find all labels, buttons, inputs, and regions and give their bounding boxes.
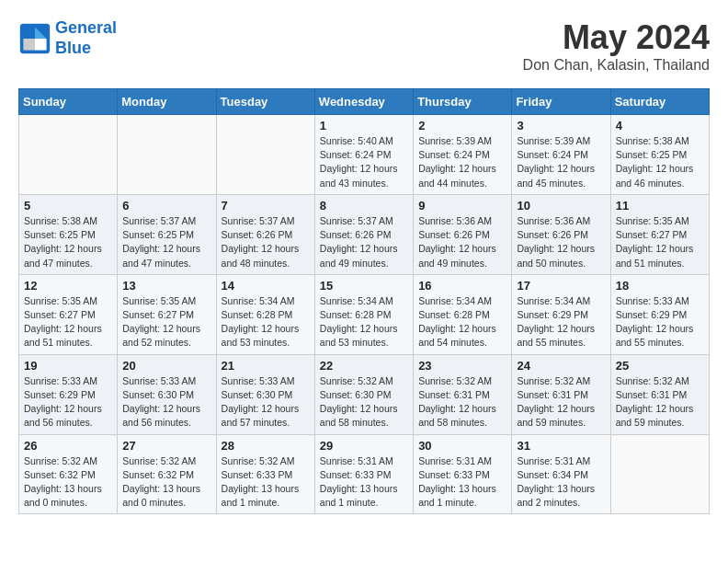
calendar-week-row: 19Sunrise: 5:33 AM Sunset: 6:29 PM Dayli…	[19, 354, 710, 434]
calendar-week-row: 1Sunrise: 5:40 AM Sunset: 6:24 PM Daylig…	[19, 115, 710, 195]
day-info: Sunrise: 5:39 AM Sunset: 6:24 PM Dayligh…	[418, 134, 506, 190]
svg-marker-2	[35, 39, 47, 51]
calendar-cell: 6Sunrise: 5:37 AM Sunset: 6:25 PM Daylig…	[118, 194, 216, 274]
day-info: Sunrise: 5:35 AM Sunset: 6:27 PM Dayligh…	[24, 294, 112, 350]
day-number: 7	[222, 199, 310, 213]
month-year: May 2024	[523, 18, 710, 57]
col-header-friday: Friday	[512, 89, 610, 115]
day-number: 8	[320, 199, 408, 213]
day-info: Sunrise: 5:32 AM Sunset: 6:32 PM Dayligh…	[122, 454, 210, 511]
day-number: 4	[616, 119, 704, 132]
calendar-week-row: 5Sunrise: 5:38 AM Sunset: 6:25 PM Daylig…	[19, 194, 710, 274]
calendar-cell: 31Sunrise: 5:31 AM Sunset: 6:34 PM Dayli…	[512, 434, 610, 514]
day-info: Sunrise: 5:32 AM Sunset: 6:32 PM Dayligh…	[24, 454, 112, 511]
calendar-cell: 21Sunrise: 5:33 AM Sunset: 6:30 PM Dayli…	[216, 354, 314, 434]
calendar-cell: 7Sunrise: 5:37 AM Sunset: 6:26 PM Daylig…	[216, 194, 314, 274]
page-header: General Blue May 2024 Don Chan, Kalasin,…	[18, 18, 710, 74]
day-info: Sunrise: 5:33 AM Sunset: 6:29 PM Dayligh…	[24, 374, 112, 431]
day-info: Sunrise: 5:33 AM Sunset: 6:29 PM Dayligh…	[616, 294, 704, 350]
day-number: 22	[320, 359, 408, 373]
day-info: Sunrise: 5:34 AM Sunset: 6:29 PM Dayligh…	[517, 294, 605, 350]
day-info: Sunrise: 5:34 AM Sunset: 6:28 PM Dayligh…	[222, 294, 310, 350]
calendar-cell: 28Sunrise: 5:32 AM Sunset: 6:33 PM Dayli…	[216, 434, 314, 514]
day-info: Sunrise: 5:35 AM Sunset: 6:27 PM Dayligh…	[122, 294, 210, 350]
logo-line1: General	[55, 18, 117, 37]
calendar-cell: 25Sunrise: 5:32 AM Sunset: 6:31 PM Dayli…	[610, 354, 709, 434]
day-number: 16	[418, 279, 506, 293]
calendar-table: SundayMondayTuesdayWednesdayThursdayFrid…	[18, 88, 710, 514]
calendar-cell: 8Sunrise: 5:37 AM Sunset: 6:26 PM Daylig…	[314, 194, 413, 274]
day-info: Sunrise: 5:32 AM Sunset: 6:31 PM Dayligh…	[616, 374, 704, 431]
calendar-cell: 1Sunrise: 5:40 AM Sunset: 6:24 PM Daylig…	[314, 115, 413, 195]
day-number: 2	[418, 119, 506, 132]
day-number: 29	[320, 439, 408, 453]
day-number: 3	[517, 119, 605, 132]
calendar-cell: 3Sunrise: 5:39 AM Sunset: 6:24 PM Daylig…	[512, 115, 610, 195]
col-header-wednesday: Wednesday	[314, 89, 413, 115]
logo-icon	[18, 22, 51, 55]
day-number: 18	[616, 279, 704, 293]
day-number: 15	[320, 279, 408, 293]
day-number: 30	[418, 439, 506, 453]
calendar-cell: 11Sunrise: 5:35 AM Sunset: 6:27 PM Dayli…	[610, 194, 709, 274]
day-info: Sunrise: 5:33 AM Sunset: 6:30 PM Dayligh…	[222, 374, 310, 431]
day-info: Sunrise: 5:31 AM Sunset: 6:33 PM Dayligh…	[320, 454, 408, 511]
calendar-cell: 22Sunrise: 5:32 AM Sunset: 6:30 PM Dayli…	[314, 354, 413, 434]
day-number: 10	[517, 199, 605, 213]
day-info: Sunrise: 5:36 AM Sunset: 6:26 PM Dayligh…	[517, 214, 605, 270]
day-info: Sunrise: 5:35 AM Sunset: 6:27 PM Dayligh…	[616, 214, 704, 270]
calendar-cell	[610, 434, 709, 514]
day-info: Sunrise: 5:38 AM Sunset: 6:25 PM Dayligh…	[616, 134, 704, 190]
day-info: Sunrise: 5:34 AM Sunset: 6:28 PM Dayligh…	[418, 294, 506, 350]
day-number: 23	[418, 359, 506, 373]
calendar-cell: 4Sunrise: 5:38 AM Sunset: 6:25 PM Daylig…	[610, 115, 709, 195]
day-info: Sunrise: 5:39 AM Sunset: 6:24 PM Dayligh…	[517, 134, 605, 190]
day-number: 6	[122, 199, 210, 213]
day-number: 13	[122, 279, 210, 293]
day-number: 12	[24, 279, 112, 293]
col-header-saturday: Saturday	[610, 89, 709, 115]
calendar-cell: 9Sunrise: 5:36 AM Sunset: 6:26 PM Daylig…	[414, 194, 512, 274]
calendar-cell: 5Sunrise: 5:38 AM Sunset: 6:25 PM Daylig…	[19, 194, 118, 274]
calendar-cell	[216, 115, 314, 195]
day-number: 19	[24, 359, 112, 373]
day-number: 25	[616, 359, 704, 373]
title-block: May 2024 Don Chan, Kalasin, Thailand	[523, 18, 710, 74]
day-number: 14	[222, 279, 310, 293]
location: Don Chan, Kalasin, Thailand	[523, 57, 710, 74]
day-info: Sunrise: 5:36 AM Sunset: 6:26 PM Dayligh…	[418, 214, 506, 270]
calendar-cell: 14Sunrise: 5:34 AM Sunset: 6:28 PM Dayli…	[216, 274, 314, 354]
col-header-tuesday: Tuesday	[216, 89, 314, 115]
day-number: 20	[122, 359, 210, 373]
calendar-week-row: 26Sunrise: 5:32 AM Sunset: 6:32 PM Dayli…	[19, 434, 710, 514]
day-info: Sunrise: 5:32 AM Sunset: 6:30 PM Dayligh…	[320, 374, 408, 431]
calendar-cell: 27Sunrise: 5:32 AM Sunset: 6:32 PM Dayli…	[118, 434, 216, 514]
day-info: Sunrise: 5:33 AM Sunset: 6:30 PM Dayligh…	[122, 374, 210, 431]
day-info: Sunrise: 5:31 AM Sunset: 6:34 PM Dayligh…	[517, 454, 605, 511]
day-number: 27	[122, 439, 210, 453]
calendar-cell: 18Sunrise: 5:33 AM Sunset: 6:29 PM Dayli…	[610, 274, 709, 354]
calendar-cell	[118, 115, 216, 195]
calendar-cell: 26Sunrise: 5:32 AM Sunset: 6:32 PM Dayli…	[19, 434, 118, 514]
calendar-cell: 20Sunrise: 5:33 AM Sunset: 6:30 PM Dayli…	[118, 354, 216, 434]
calendar-cell: 16Sunrise: 5:34 AM Sunset: 6:28 PM Dayli…	[414, 274, 512, 354]
col-header-sunday: Sunday	[19, 89, 118, 115]
day-info: Sunrise: 5:32 AM Sunset: 6:33 PM Dayligh…	[222, 454, 310, 511]
calendar-header-row: SundayMondayTuesdayWednesdayThursdayFrid…	[19, 89, 710, 115]
day-info: Sunrise: 5:34 AM Sunset: 6:28 PM Dayligh…	[320, 294, 408, 350]
day-info: Sunrise: 5:38 AM Sunset: 6:25 PM Dayligh…	[24, 214, 112, 270]
day-info: Sunrise: 5:37 AM Sunset: 6:26 PM Dayligh…	[222, 214, 310, 270]
day-number: 26	[24, 439, 112, 453]
calendar-cell: 23Sunrise: 5:32 AM Sunset: 6:31 PM Dayli…	[414, 354, 512, 434]
day-info: Sunrise: 5:32 AM Sunset: 6:31 PM Dayligh…	[517, 374, 605, 431]
calendar-cell: 10Sunrise: 5:36 AM Sunset: 6:26 PM Dayli…	[512, 194, 610, 274]
calendar-cell: 17Sunrise: 5:34 AM Sunset: 6:29 PM Dayli…	[512, 274, 610, 354]
calendar-cell: 29Sunrise: 5:31 AM Sunset: 6:33 PM Dayli…	[314, 434, 413, 514]
day-number: 1	[320, 119, 408, 132]
calendar-week-row: 12Sunrise: 5:35 AM Sunset: 6:27 PM Dayli…	[19, 274, 710, 354]
day-number: 9	[418, 199, 506, 213]
day-number: 31	[517, 439, 605, 453]
day-number: 11	[616, 199, 704, 213]
day-number: 24	[517, 359, 605, 373]
day-number: 17	[517, 279, 605, 293]
